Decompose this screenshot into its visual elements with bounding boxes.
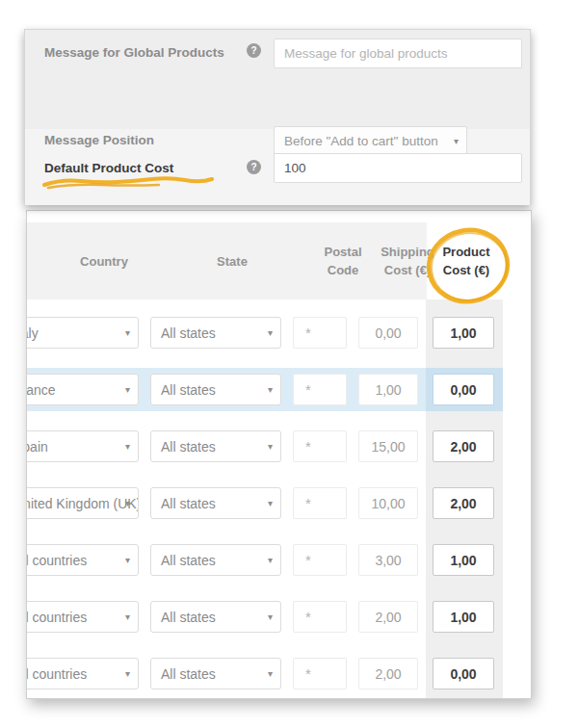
country-select[interactable]: France ▾ [26, 374, 139, 405]
postal-code-input[interactable] [293, 544, 347, 576]
chevron-down-icon: ▾ [125, 669, 130, 679]
column-header-shipping-cost: Shipping Cost (€) [379, 222, 436, 299]
product-cost-input[interactable] [433, 544, 494, 576]
table-row-highlighted: France ▾ All states ▾ [27, 368, 503, 411]
shipping-cost-input[interactable] [358, 374, 418, 405]
help-icon[interactable]: ? [247, 43, 261, 58]
state-value: All states [161, 382, 216, 398]
state-select[interactable]: All states ▾ [150, 374, 281, 405]
country-select[interactable]: All countries ▾ [26, 544, 139, 576]
shipping-cost-input[interactable] [358, 430, 418, 462]
help-icon[interactable]: ? [247, 160, 261, 174]
postal-code-input[interactable] [293, 487, 347, 519]
product-cost-input[interactable] [433, 317, 494, 349]
page: Message for Global Products ? Message Po… [0, 0, 578, 728]
chevron-down-icon: ▾ [268, 669, 273, 679]
state-select[interactable]: All states ▾ [150, 487, 281, 519]
chevron-down-icon: ▾ [268, 328, 273, 338]
column-header-country: Country [46, 222, 162, 299]
state-value: All states [161, 610, 216, 625]
country-select[interactable]: All countries ▾ [26, 601, 139, 633]
shipping-cost-input[interactable] [358, 658, 418, 689]
shipping-cost-input[interactable] [358, 544, 418, 576]
table-row: All countries ▾ All states ▾ [27, 538, 503, 582]
question-mark-glyph: ? [250, 163, 256, 172]
table-row: Italy ▾ All states ▾ [27, 311, 503, 354]
settings-panel: Message for Global Products ? Message Po… [24, 29, 531, 204]
country-value: France [26, 382, 56, 398]
chevron-down-icon: ▾ [125, 499, 130, 508]
chevron-down-icon: ▾ [454, 137, 459, 146]
state-value: All states [161, 496, 216, 511]
country-select[interactable]: Spain ▾ [26, 430, 139, 462]
product-cost-input[interactable] [433, 658, 494, 689]
country-value: All countries [26, 553, 87, 568]
state-select[interactable]: All states ▾ [150, 430, 281, 462]
chevron-down-icon: ▾ [125, 385, 130, 395]
chevron-down-icon: ▾ [268, 385, 273, 395]
message-global-products-input[interactable] [274, 39, 522, 68]
product-cost-input[interactable] [433, 601, 494, 633]
message-position-label: Message Position [44, 133, 154, 147]
column-header-product-cost: Product Cost (€) [434, 222, 498, 299]
chevron-down-icon: ▾ [125, 612, 130, 622]
column-header-state: State [174, 222, 290, 299]
state-select[interactable]: All states ▾ [150, 317, 281, 349]
country-value: All countries [26, 610, 87, 625]
table-row: All countries ▾ All states ▾ [27, 652, 503, 695]
postal-code-input[interactable] [293, 317, 347, 349]
product-cost-input[interactable] [433, 487, 494, 519]
product-cost-input[interactable] [433, 374, 494, 405]
country-select[interactable]: United Kingdom (UK) ▾ [26, 487, 139, 519]
table-row: All countries ▾ All states ▾ [27, 595, 503, 638]
default-product-cost-input[interactable] [274, 153, 522, 183]
state-select[interactable]: All states ▾ [150, 601, 281, 633]
state-value: All states [161, 325, 216, 341]
country-value: Spain [26, 439, 48, 455]
chevron-down-icon: ▾ [268, 556, 273, 565]
state-select[interactable]: All states ▾ [150, 658, 281, 689]
table-row: United Kingdom (UK) ▾ All states ▾ [27, 481, 503, 525]
state-value: All states [161, 553, 216, 568]
postal-code-input[interactable] [293, 601, 347, 633]
postal-code-input[interactable] [293, 374, 347, 405]
shipping-cost-input[interactable] [358, 601, 418, 633]
chevron-down-icon: ▾ [125, 556, 130, 565]
message-global-products-label: Message for Global Products [44, 45, 224, 60]
question-mark-glyph: ? [250, 46, 256, 56]
shipping-cost-input[interactable] [358, 317, 418, 349]
postal-code-input[interactable] [293, 658, 347, 689]
chevron-down-icon: ▾ [268, 612, 273, 622]
country-select[interactable]: All countries ▾ [26, 658, 139, 689]
state-select[interactable]: All states ▾ [150, 544, 281, 576]
country-value: All countries [26, 666, 87, 682]
postal-code-input[interactable] [293, 430, 347, 462]
product-cost-input[interactable] [433, 430, 494, 462]
chevron-down-icon: ▾ [268, 442, 273, 452]
shipping-cost-input[interactable] [358, 487, 418, 519]
column-header-postal-code: Postal Code [314, 222, 372, 299]
chevron-down-icon: ▾ [268, 499, 273, 508]
country-value: United Kingdom (UK) [26, 496, 139, 511]
country-select[interactable]: Italy ▾ [26, 317, 139, 349]
yellow-scribble-underline [40, 176, 233, 190]
default-product-cost-label: Default Product Cost [44, 161, 173, 175]
chevron-down-icon: ▾ [125, 442, 130, 452]
shipping-cost-table-panel: Country State Postal Code Shipping Cost … [26, 210, 532, 699]
table-row: Spain ▾ All states ▾ [27, 425, 503, 468]
state-value: All states [161, 439, 216, 455]
country-value: Italy [26, 325, 39, 341]
state-value: All states [161, 666, 216, 682]
message-position-value: Before "Add to cart" button [284, 134, 438, 148]
chevron-down-icon: ▾ [125, 328, 130, 338]
message-position-select[interactable]: Before "Add to cart" button ▾ [274, 126, 467, 156]
